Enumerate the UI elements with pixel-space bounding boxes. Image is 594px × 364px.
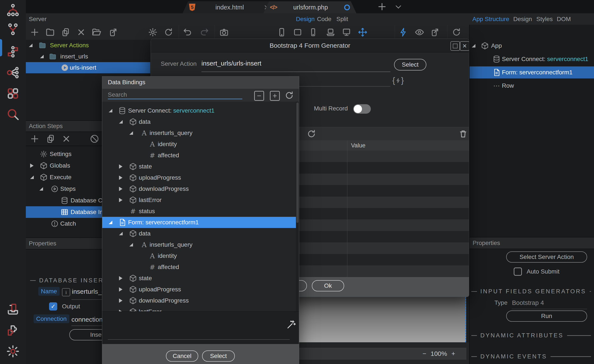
tree-item-inserturls-query[interactable]: Ainserturls_query xyxy=(102,239,299,250)
tree-item-insert-urls[interactable]: insert_urls xyxy=(26,51,150,62)
expression-area[interactable] xyxy=(102,311,299,344)
server-action-value[interactable]: insert_urls/urls-insert xyxy=(202,60,261,67)
caret-expanded-icon[interactable] xyxy=(109,109,112,112)
git-branch-icon[interactable] xyxy=(5,21,21,37)
find-icon[interactable] xyxy=(5,107,21,122)
mode-split[interactable]: Split xyxy=(336,16,348,23)
tree-item-downloadprogress[interactable]: downloadProgress xyxy=(102,295,299,306)
tab-list-chevron-icon[interactable] xyxy=(396,4,400,8)
type-value[interactable]: Bootstrap 4 xyxy=(512,299,544,306)
tree-item-identity[interactable]: Aidentity xyxy=(102,250,299,261)
tree-item-lasterror[interactable]: lastError xyxy=(102,306,299,311)
caret-expanded-icon[interactable] xyxy=(30,176,34,179)
tree-item-inserturls-query[interactable]: Ainserturls_query xyxy=(102,127,299,139)
new-folder-icon[interactable] xyxy=(45,27,55,37)
ok-button[interactable]: Ok xyxy=(312,280,344,291)
tree-item-affected[interactable]: #affected xyxy=(102,261,299,273)
move-resize-icon[interactable] xyxy=(358,27,368,37)
caret-collapsed-icon[interactable] xyxy=(30,163,34,168)
panel-tab-app-structure[interactable]: App Structure xyxy=(472,16,509,23)
settings-gear-icon[interactable] xyxy=(5,344,21,359)
tree-item-data[interactable]: data xyxy=(102,228,299,239)
tree-item-app[interactable]: App xyxy=(470,40,594,52)
caret-collapsed-icon[interactable] xyxy=(119,198,122,202)
caret-collapsed-icon[interactable] xyxy=(119,164,122,169)
caret-collapsed-icon[interactable] xyxy=(119,310,122,311)
install-icon[interactable] xyxy=(5,302,21,317)
search-input[interactable]: Search xyxy=(108,91,127,98)
caret-expanded-icon[interactable] xyxy=(129,131,133,135)
collapse-all-icon[interactable] xyxy=(254,91,264,101)
tree-item-server-connect[interactable]: Server Connect: serverconnect1 xyxy=(102,105,299,116)
refresh-icon[interactable] xyxy=(163,27,174,37)
auto-submit-checkbox[interactable] xyxy=(514,267,522,276)
caret-expanded-icon[interactable] xyxy=(29,44,33,47)
gear-icon[interactable] xyxy=(148,27,158,37)
close-icon[interactable]: ✕ xyxy=(460,41,469,51)
tree-item-uploadprogress[interactable]: uploadProgress xyxy=(102,172,299,183)
panel-tab-styles[interactable]: Styles xyxy=(536,16,553,23)
tree-item-affected[interactable]: #affected xyxy=(102,150,299,161)
dialog-titlebar[interactable]: Bootstrap 4 Form Generator ✕ xyxy=(151,39,469,52)
select-button[interactable]: Select xyxy=(202,351,235,362)
open-folder-icon[interactable] xyxy=(92,27,101,37)
refresh-fields-icon[interactable] xyxy=(306,129,316,139)
zoom-in-button[interactable]: + xyxy=(451,350,455,357)
caret-expanded-icon[interactable] xyxy=(119,120,123,124)
zoom-out-button[interactable]: − xyxy=(422,350,426,357)
dynamic-picker-icon[interactable]: {} xyxy=(392,76,404,85)
tree-item-form-serverconnectform1[interactable]: Form: serverconnectform1 xyxy=(102,217,299,228)
device-desktop-icon[interactable] xyxy=(342,27,351,37)
select-action-button[interactable]: Select xyxy=(394,59,426,71)
panel-tab-design[interactable]: Design xyxy=(513,16,532,23)
device-phone-icon[interactable] xyxy=(277,27,287,37)
undo-icon[interactable] xyxy=(183,27,193,37)
multi-record-toggle[interactable] xyxy=(353,104,371,114)
tree-item-lasterror[interactable]: lastError xyxy=(102,195,299,206)
info-icon[interactable]: i xyxy=(62,288,70,296)
copy-step-icon[interactable] xyxy=(46,134,55,144)
tree-item-urls-insert[interactable]: urls-insert xyxy=(26,62,150,73)
expand-all-icon[interactable] xyxy=(270,91,280,101)
share-file-icon[interactable] xyxy=(109,27,119,37)
open-in-browser-icon[interactable] xyxy=(431,27,440,37)
tree-item-form-serverconnectform1[interactable]: Form: serverconnectform1 xyxy=(470,66,594,78)
dialog-titlebar[interactable]: Data Bindings xyxy=(102,77,299,89)
delete-step-icon[interactable] xyxy=(61,134,71,144)
tree-item-server-connect[interactable]: Server Connect: serverconnect1 xyxy=(470,53,594,65)
tree-item-server-actions[interactable]: Server Actions xyxy=(26,40,150,51)
cancel-button[interactable]: Cancel xyxy=(166,351,198,362)
camera-icon[interactable] xyxy=(219,27,229,37)
caret-expanded-icon[interactable] xyxy=(119,232,123,235)
new-tab-button[interactable] xyxy=(377,2,387,12)
trash-icon[interactable] xyxy=(458,129,468,139)
sitemap-icon[interactable] xyxy=(5,3,21,18)
caret-collapsed-icon[interactable] xyxy=(119,287,122,292)
tree-item-uploadprogress[interactable]: uploadProgress xyxy=(102,284,299,295)
add-button[interactable] xyxy=(30,27,40,37)
mode-code[interactable]: Code xyxy=(317,16,331,23)
caret-collapsed-icon[interactable] xyxy=(119,187,122,191)
scrollbar-thumb[interactable] xyxy=(296,103,298,223)
tab-urlsform-php[interactable]: </> urlsform.php xyxy=(263,1,356,13)
tab-index-html[interactable]: 5 index.html xyxy=(182,1,276,13)
tree-item-state[interactable]: state xyxy=(102,273,299,284)
panel-tab-dom[interactable]: DOM xyxy=(557,16,571,23)
caret-expanded-icon[interactable] xyxy=(39,187,43,191)
scrollbar-track[interactable] xyxy=(296,102,299,311)
caret-expanded-icon[interactable] xyxy=(472,44,475,47)
preview-eye-icon[interactable] xyxy=(414,27,425,37)
tree-item-identity[interactable]: Aidentity xyxy=(102,139,299,150)
select-server-action-button[interactable]: Select Server Action xyxy=(506,251,587,263)
extensions-icon[interactable] xyxy=(5,323,21,338)
components-icon[interactable] xyxy=(5,86,21,101)
caret-expanded-icon[interactable] xyxy=(109,221,112,224)
dynamic-data-bolt-icon[interactable] xyxy=(398,27,408,37)
delete-icon[interactable] xyxy=(76,27,86,37)
tree-item-data[interactable]: data xyxy=(102,116,299,127)
reload-icon[interactable] xyxy=(452,27,461,37)
copy-icon[interactable] xyxy=(61,27,71,37)
device-tablet-icon[interactable] xyxy=(293,27,303,37)
caret-collapsed-icon[interactable] xyxy=(119,176,122,180)
caret-collapsed-icon[interactable] xyxy=(119,299,122,303)
